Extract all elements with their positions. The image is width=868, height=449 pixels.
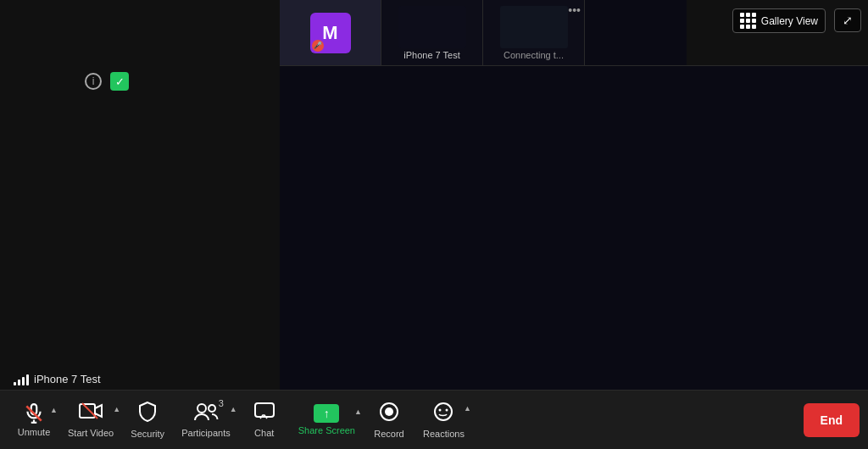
chat-button[interactable]: Chat xyxy=(239,398,290,441)
share-screen-icon xyxy=(314,404,339,423)
video-icon xyxy=(79,402,103,425)
unmute-button[interactable]: Unmute ▲ xyxy=(8,399,59,441)
fullscreen-button[interactable]: ⤢ xyxy=(834,8,861,32)
start-video-button[interactable]: Start Video ▲ xyxy=(59,398,122,441)
share-screen-label: Share Screen xyxy=(298,425,355,435)
participants-button[interactable]: 3 Participants ▲ xyxy=(173,398,238,441)
record-label: Record xyxy=(374,429,403,439)
chat-icon xyxy=(253,402,275,425)
record-icon xyxy=(378,401,400,426)
svg-point-10 xyxy=(385,407,393,416)
reactions-label: Reactions xyxy=(423,429,465,439)
info-icon[interactable]: i xyxy=(85,73,102,90)
gallery-view-button[interactable]: Gallery View xyxy=(732,8,826,33)
grid-icon xyxy=(740,13,756,29)
toolbar: Unmute ▲ Start Video ▲ Security xyxy=(0,390,868,449)
participants-chevron-icon[interactable]: ▲ xyxy=(230,405,237,413)
record-button[interactable]: Record xyxy=(364,397,415,442)
svg-point-12 xyxy=(439,409,442,412)
mic-muted-icon: 🎤 xyxy=(312,40,324,52)
panel-icons: i ✓ xyxy=(85,72,129,91)
security-button[interactable]: Security xyxy=(122,397,173,442)
gallery-tile-iphone[interactable]: iPhone 7 Test xyxy=(381,0,483,65)
reactions-button[interactable]: Reactions ▲ xyxy=(415,397,473,442)
bottom-left-info: iPhone 7 Test xyxy=(14,373,101,385)
gallery-view-label: Gallery View xyxy=(761,15,818,27)
video-chevron-icon[interactable]: ▲ xyxy=(113,405,120,413)
share-chevron-icon[interactable]: ▲ xyxy=(354,407,362,416)
share-screen-button[interactable]: Share Screen ▲ xyxy=(290,401,364,439)
participants-label: Participants xyxy=(181,428,230,438)
avatar-m: M 🎤 xyxy=(310,13,351,53)
gallery-tile-connecting[interactable]: Connecting t... ••• xyxy=(483,0,585,65)
svg-point-11 xyxy=(435,403,452,420)
avatar-letter: M xyxy=(322,22,337,44)
participants-icon: 3 xyxy=(193,402,219,425)
shield-check-icon[interactable]: ✓ xyxy=(110,72,129,91)
device-name: iPhone 7 Test xyxy=(34,373,101,385)
end-button[interactable]: End xyxy=(804,403,860,437)
security-label: Security xyxy=(131,429,164,439)
tile-iphone-label: iPhone 7 Test xyxy=(403,50,459,60)
mic-icon xyxy=(23,402,45,424)
unmute-chevron-icon[interactable]: ▲ xyxy=(50,406,58,414)
reactions-icon xyxy=(432,401,454,426)
gallery-tile-empty xyxy=(585,0,687,65)
tile-connecting-label: Connecting t... xyxy=(504,50,564,60)
main-video-area xyxy=(280,0,868,449)
security-icon xyxy=(137,401,158,426)
svg-point-7 xyxy=(209,405,215,412)
gallery-strip: M 🎤 iPhone 7 Test Connecting t... ••• Ga… xyxy=(280,0,868,66)
participants-count: 3 xyxy=(219,398,224,408)
reactions-chevron-icon[interactable]: ▲ xyxy=(464,404,471,413)
signal-icon xyxy=(14,374,29,385)
start-video-label: Start Video xyxy=(68,428,114,438)
tile-options-icon[interactable]: ••• xyxy=(568,3,581,17)
unmute-label: Unmute xyxy=(18,427,51,437)
gallery-tile-m[interactable]: M 🎤 xyxy=(280,0,381,65)
svg-point-13 xyxy=(446,409,448,412)
chat-label: Chat xyxy=(254,428,274,438)
svg-rect-4 xyxy=(80,404,95,418)
left-panel: i ✓ iPhone 7 Test xyxy=(0,0,280,449)
svg-point-6 xyxy=(198,404,206,413)
